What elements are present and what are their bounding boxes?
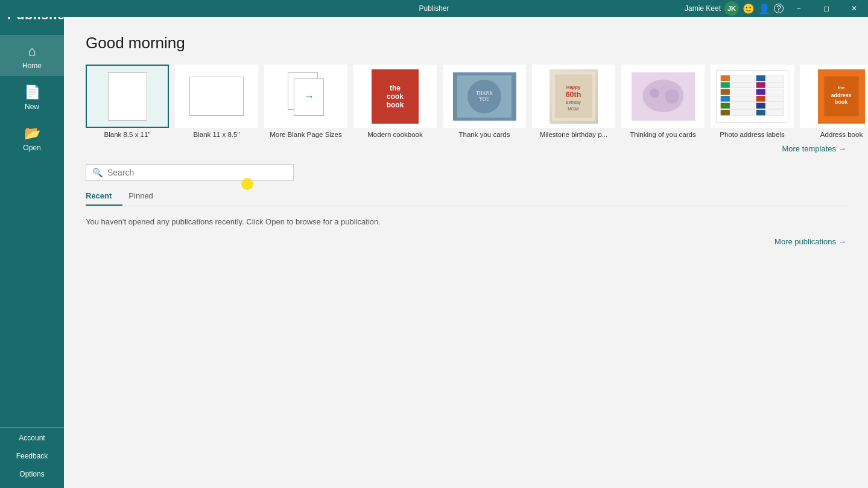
template-milestone[interactable]: Happy 60th Birthday MOM! Milestone birth… <box>532 65 615 138</box>
more-publications-arrow: → <box>838 237 846 246</box>
template-label-thankyou: Thank you cards <box>458 131 510 138</box>
svg-rect-34 <box>756 103 765 109</box>
svg-point-12 <box>650 88 659 98</box>
tab-recent[interactable]: Recent <box>86 187 122 206</box>
sidebar-nav: ⌂ Home 📄 New 📂 Open <box>0 35 64 427</box>
svg-text:Happy: Happy <box>566 85 581 90</box>
svg-rect-18 <box>756 75 765 81</box>
svg-rect-38 <box>756 109 765 115</box>
blank-portrait-icon <box>108 72 147 121</box>
sidebar-item-feedback[interactable]: Feedback <box>0 446 64 464</box>
sidebar-item-open-label: Open <box>23 144 40 152</box>
user-name: Jamie Keet <box>685 4 721 13</box>
close-button[interactable]: ✕ <box>840 0 868 17</box>
templates-row: Blank 8.5 x 11" Blank 11 x 8.5" → More B… <box>86 65 846 138</box>
svg-rect-25 <box>731 89 755 95</box>
svg-rect-39 <box>767 109 784 115</box>
smiley-icon[interactable]: 🙂 <box>743 3 755 14</box>
sidebar: Publisher ⌂ Home 📄 New 📂 Open Account Fe… <box>0 0 64 488</box>
template-blank-portrait[interactable]: Blank 8.5 x 11" <box>86 65 169 138</box>
more-templates-link[interactable]: More templates → <box>782 144 846 153</box>
more-templates-arrow: → <box>838 144 846 153</box>
template-cookbook[interactable]: thecookbook Modern cookbook <box>353 65 437 138</box>
template-label-address-book: Address book <box>820 131 863 138</box>
sidebar-item-new-label: New <box>25 103 39 111</box>
titlebar-user: Jamie Keet JK 🙂 👤 ? <box>685 1 784 16</box>
more-publications-label: More publications <box>775 237 836 246</box>
more-publications-section: More publications → <box>86 237 846 246</box>
svg-rect-22 <box>756 82 765 88</box>
sidebar-item-account[interactable]: Account <box>0 428 64 446</box>
open-icon: 📂 <box>24 125 40 141</box>
template-more-blank[interactable]: → More Blank Page Sizes <box>264 65 347 138</box>
sidebar-bottom: Account Feedback Options <box>0 427 64 488</box>
minimize-button[interactable]: − <box>785 0 813 17</box>
template-address-book[interactable]: the address book Address book <box>800 65 868 138</box>
template-photo-address[interactable]: Photo address labels <box>711 65 794 138</box>
sidebar-item-new[interactable]: 📄 New <box>0 76 64 117</box>
svg-rect-16 <box>721 75 730 81</box>
template-thumb-address-book: the address book <box>800 65 868 128</box>
template-thankyou[interactable]: THANK YOU Thank you cards <box>443 65 526 138</box>
help-icon[interactable]: ? <box>774 4 784 13</box>
sidebar-item-home[interactable]: ⌂ Home <box>0 35 64 76</box>
svg-point-14 <box>665 89 679 103</box>
svg-text:THANK: THANK <box>476 90 493 96</box>
main-content: Good morning Blank 8.5 x 11" Blank 11 x … <box>64 0 868 488</box>
titlebar-title: Publisher <box>419 4 449 13</box>
template-blank-landscape[interactable]: Blank 11 x 8.5" <box>175 65 258 138</box>
search-box: 🔍 <box>86 164 294 181</box>
svg-rect-35 <box>767 103 784 109</box>
milestone-icon: Happy 60th Birthday MOM! <box>550 69 598 124</box>
cookbook-icon: thecookbook <box>372 69 419 124</box>
greeting: Good morning <box>86 34 846 52</box>
svg-rect-29 <box>731 96 755 102</box>
template-label-blank-landscape: Blank 11 x 8.5" <box>194 131 240 138</box>
template-thumb-thankyou: THANK YOU <box>443 65 526 128</box>
svg-text:the: the <box>838 86 844 90</box>
template-label-photo-address: Photo address labels <box>720 131 784 138</box>
template-label-blank-portrait: Blank 8.5 x 11" <box>104 131 151 138</box>
svg-rect-24 <box>721 89 730 95</box>
svg-rect-23 <box>767 82 784 88</box>
more-publications-link[interactable]: More publications → <box>775 237 846 246</box>
svg-rect-37 <box>731 109 755 115</box>
template-thumb-cookbook: thecookbook <box>353 65 437 128</box>
blank-landscape-icon <box>189 77 244 116</box>
svg-text:book: book <box>835 99 847 105</box>
template-label-milestone: Milestone birthday p... <box>540 131 608 138</box>
svg-text:MOM!: MOM! <box>568 107 578 111</box>
svg-rect-31 <box>767 96 784 102</box>
svg-text:YOU: YOU <box>479 97 490 102</box>
template-thumb-photo-address <box>711 65 794 128</box>
svg-text:Birthday: Birthday <box>566 100 581 105</box>
template-thinking[interactable]: Thinking of you cards <box>621 65 705 138</box>
svg-rect-30 <box>756 96 765 102</box>
template-label-more-blank: More Blank Page Sizes <box>270 131 342 138</box>
svg-rect-21 <box>731 82 755 88</box>
sidebar-item-options[interactable]: Options <box>0 464 64 482</box>
svg-rect-28 <box>721 96 730 102</box>
more-templates-section: More templates → <box>86 144 846 153</box>
thinking-icon <box>632 72 695 121</box>
titlebar: Publisher Jamie Keet JK 🙂 👤 ? − ◻ ✕ <box>0 0 868 17</box>
more-templates-label: More templates <box>782 144 836 153</box>
template-thumb-blank-portrait <box>86 65 169 128</box>
more-blank-icon: → <box>282 72 330 121</box>
home-icon: ⌂ <box>28 43 36 59</box>
person-icon[interactable]: 👤 <box>758 3 770 14</box>
search-input[interactable] <box>107 168 287 177</box>
restore-button[interactable]: ◻ <box>813 0 840 17</box>
svg-rect-26 <box>756 89 765 95</box>
new-icon: 📄 <box>24 84 40 100</box>
recent-empty-message: You haven't opened any publications rece… <box>86 217 846 226</box>
sidebar-item-open[interactable]: 📂 Open <box>0 117 64 158</box>
search-section: 🔍 Recent Pinned <box>86 164 846 206</box>
tab-pinned[interactable]: Pinned <box>128 187 163 206</box>
template-thumb-more-blank: → <box>264 65 347 128</box>
tabs: Recent Pinned <box>86 187 846 206</box>
svg-rect-32 <box>721 103 730 109</box>
sidebar-options-label: Options <box>19 470 44 478</box>
avatar[interactable]: JK <box>724 1 739 16</box>
svg-rect-36 <box>721 109 730 115</box>
